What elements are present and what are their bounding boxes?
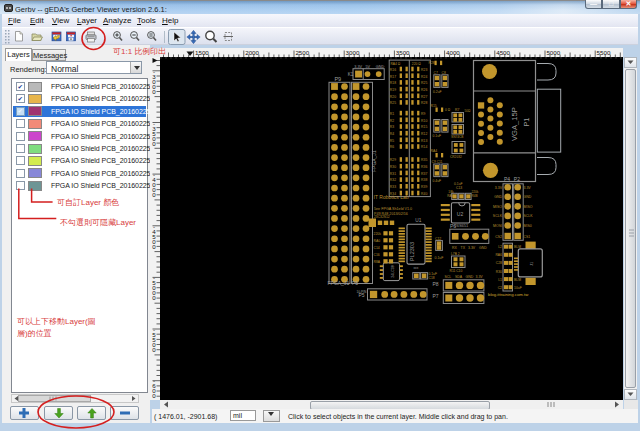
svg-text:R31: R31 [390,172,396,176]
svg-text:FPGA_J1: FPGA_J1 [328,280,350,286]
svg-text:CS2: CS2 [495,235,502,239]
svg-text:blog.ittraining.com.tw: blog.ittraining.com.tw [488,292,529,297]
svg-text:R25: R25 [390,101,396,105]
svg-text:0: 0 [152,140,156,147]
svg-text:CR2032: CR2032 [450,155,462,159]
svg-text:3.3V: 3.3V [524,186,532,190]
svg-text:4500: 4500 [496,49,510,56]
svg-text:C18: C18 [429,276,435,280]
svg-text:0.4uF: 0.4uF [433,179,442,183]
svg-text:MISO: MISO [524,205,533,209]
svg-text:R19: R19 [390,88,396,92]
svg-text:5ee FPGA Sh1eld V1.0: 5ee FPGA Sh1eld V1.0 [374,207,412,211]
svg-text:220k: 220k [374,232,382,236]
svg-text:R3: R3 [390,125,394,129]
svg-text:R2: R2 [390,119,394,123]
svg-text:K1: K1 [348,72,354,77]
svg-text:R15: R15 [431,104,437,108]
svg-text:BLM: BLM [514,245,521,249]
svg-text:RA4 Ω: RA4 Ω [390,62,400,66]
svg-text:0.1uF: 0.1uF [435,256,444,260]
svg-text:P6: P6 [450,223,456,229]
svg-text:C16: C16 [374,253,380,257]
svg-text:L1: L1 [498,278,502,282]
svg-text:P2: P2 [514,176,520,182]
svg-text:C28: C28 [496,261,502,265]
svg-text:R23: R23 [421,68,427,72]
svg-text:J1: J1 [529,261,534,266]
svg-text:PL2303: PL2303 [409,242,415,261]
svg-text:R37: R37 [421,172,427,176]
svg-text:26S651: 26S651 [455,223,470,228]
svg-text:R29: R29 [390,158,396,162]
svg-text:SCL: SCL [445,275,452,279]
svg-text:2500: 2500 [295,49,309,56]
svg-text:GND: GND [494,195,502,199]
svg-text:RA6: RA6 [495,253,502,257]
svg-text:SCLK: SCLK [524,214,534,218]
svg-text:C12: C12 [435,237,441,241]
svg-text:R38: R38 [421,178,427,182]
svg-text:GND: GND [479,246,487,250]
svg-text:2000: 2000 [245,49,259,56]
svg-text:3.3V: 3.3V [476,275,484,279]
svg-text:MIS0: MIS0 [524,224,532,228]
svg-text:R26: R26 [421,88,427,92]
svg-text:TX: TX [461,246,466,250]
svg-text:R24: R24 [421,75,427,79]
svg-text:R1: R1 [390,112,394,116]
svg-text:R35: R35 [421,158,427,162]
svg-text:MOSI: MOSI [493,224,502,228]
svg-text:R27: R27 [421,95,427,99]
svg-text:0: 0 [152,346,156,353]
svg-text:C9 C11: C9 C11 [432,160,443,164]
svg-text:24LC08: 24LC08 [391,265,395,278]
svg-text:P4: P4 [504,176,510,182]
svg-text:BLM: BLM [514,278,521,282]
svg-text:0: 0 [152,392,156,399]
svg-text:U1: U1 [415,218,421,223]
svg-text:220 Ω: 220 Ω [412,62,421,66]
svg-text:R40: R40 [421,192,427,196]
svg-text:P1: P1 [522,118,531,127]
svg-text:0: 0 [152,243,156,250]
svg-text:C2: C2 [498,286,502,290]
svg-text:R25: R25 [421,81,427,85]
svg-text:0.2uF: 0.2uF [433,90,442,94]
svg-text:R39: R39 [421,185,427,189]
svg-text:GND: GND [524,195,532,199]
svg-text:R30: R30 [496,270,502,274]
svg-text:R18: R18 [390,81,396,85]
svg-text:R12: R12 [421,132,427,136]
svg-text:5500: 5500 [597,49,611,56]
svg-text:0 Ω: 0 Ω [445,108,451,112]
svg-text:FPGA_J1: FPGA_J1 [371,150,377,172]
svg-text:4000: 4000 [446,49,460,56]
svg-text:L2: L2 [498,245,502,249]
svg-text:R4: R4 [390,132,394,136]
svg-text:R8A: R8A [374,260,381,264]
svg-text:SCLK: SCLK [493,214,503,218]
svg-text:xxx: xxx [414,266,419,270]
svg-text:SN74CB: SN74CB [451,135,463,139]
svg-text:R14: R14 [421,145,427,149]
svg-text:0: 0 [152,294,156,301]
svg-text:R7: R7 [455,108,459,112]
svg-text:3.3V: 3.3V [354,65,362,69]
svg-text:R4B: R4B [472,194,478,198]
svg-text:P3: P3 [352,280,358,286]
svg-text:GND: GND [466,275,474,279]
svg-text:CS1: CS1 [524,235,531,239]
svg-text:P5: P5 [359,292,365,298]
svg-text:R9: R9 [421,112,425,116]
svg-text:IT Robotics Lab: IT Robotics Lab [374,194,409,200]
svg-text:5V: 5V [366,65,371,69]
svg-text:3.3V: 3.3V [495,186,503,190]
svg-text:3000: 3000 [346,49,360,56]
svg-text:R36: R36 [421,165,427,169]
svg-text:R28: R28 [429,61,435,65]
svg-text:R15: R15 [421,125,427,129]
svg-text:P8: P8 [432,281,438,287]
svg-text:P7: P7 [432,293,438,299]
svg-text:1500: 1500 [195,49,209,56]
